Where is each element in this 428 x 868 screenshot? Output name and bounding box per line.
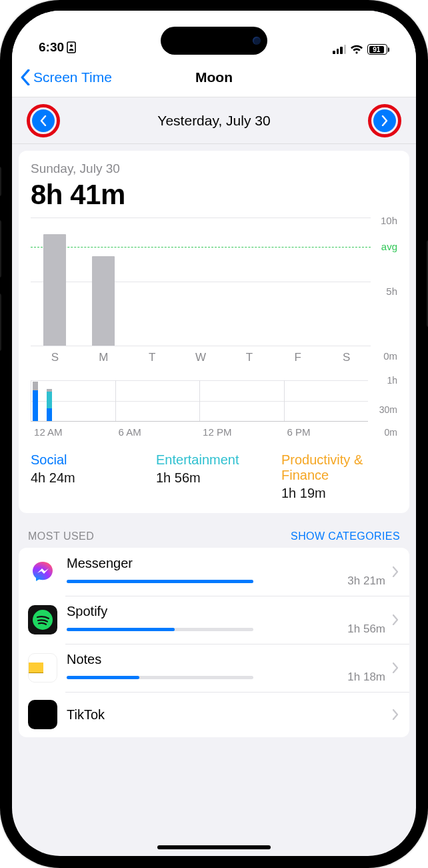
app-row[interactable]: Messenger3h 21m	[19, 548, 409, 596]
home-indicator[interactable]	[157, 845, 271, 849]
x-tick-label: 6 AM	[119, 426, 141, 438]
volume-up-button	[0, 220, 1, 278]
chart-bar	[31, 218, 79, 346]
y-tick-label: 30m	[379, 404, 397, 415]
app-name: Messenger	[67, 556, 385, 571]
date-label: Yesterday, July 30	[157, 113, 270, 129]
app-name: TikTok	[67, 707, 385, 723]
x-tick-label: W	[177, 351, 225, 364]
summary-total-time: 8h 41m	[31, 179, 397, 211]
y-tick-label: 10h	[381, 215, 397, 226]
app-row[interactable]: Spotify1h 56m	[19, 596, 409, 644]
annotation-prev	[27, 104, 60, 137]
chevron-right-icon	[392, 614, 399, 625]
chart-bar	[225, 218, 273, 346]
screen: 6:30 91 Screen Time Moon	[12, 11, 416, 856]
most-used-list: Messenger3h 21mSpotify1h 56mNotes1h 18mT…	[19, 548, 409, 737]
notes-icon	[28, 653, 57, 683]
usage-track	[67, 676, 253, 679]
most-used-header: MOST USED SHOW CATEGORIES	[12, 513, 416, 548]
svg-rect-0	[67, 42, 75, 53]
chevron-right-icon	[392, 663, 399, 673]
category-name: Productivity & Finance	[281, 452, 397, 483]
chart-bar	[79, 218, 128, 346]
usage-track	[67, 628, 253, 631]
weekly-chart[interactable]: 10h 5h 0m avg SMTWTFS	[31, 218, 397, 364]
annotation-next	[368, 104, 401, 137]
dynamic-island	[161, 27, 267, 55]
chart-bar	[33, 382, 38, 421]
section-label: MOST USED	[28, 530, 94, 542]
back-button[interactable]: Screen Time	[20, 69, 112, 85]
prev-day-button[interactable]	[32, 109, 55, 132]
chevron-right-icon	[392, 709, 399, 720]
y-tick-label: 1h	[387, 375, 397, 386]
svg-point-1	[70, 45, 73, 47]
camera-dot	[253, 37, 261, 45]
category-value: 1h 56m	[156, 470, 272, 486]
y-tick-label: 0m	[383, 350, 397, 362]
app-time: 1h 56m	[347, 622, 385, 636]
back-label: Screen Time	[33, 69, 112, 85]
battery-pct: 91	[369, 46, 385, 53]
x-tick-label: F	[273, 351, 322, 364]
volume-down-button	[0, 294, 1, 351]
nav-bar: Screen Time Moon	[12, 57, 416, 97]
next-day-button[interactable]	[373, 109, 396, 132]
summary-card: Sunday, July 30 8h 41m 10h 5h 0m avg SMT…	[19, 151, 409, 513]
chart-bar	[273, 218, 322, 346]
app-time: 3h 21m	[347, 574, 385, 588]
chart-bar	[128, 218, 177, 346]
category-value: 4h 24m	[31, 470, 147, 486]
category-item[interactable]: Entertainment1h 56m	[156, 452, 272, 486]
app-time: 1h 18m	[347, 671, 385, 684]
chart-bar	[177, 218, 225, 346]
y-tick-label: 0m	[385, 427, 397, 438]
x-tick-label: 12 AM	[34, 426, 63, 438]
show-categories-button[interactable]: SHOW CATEGORIES	[291, 530, 400, 542]
avg-label: avg	[381, 241, 397, 252]
x-tick-label: T	[225, 351, 273, 364]
x-tick-label: 6 PM	[287, 426, 311, 438]
category-name: Social	[31, 452, 147, 468]
category-name: Entertainment	[156, 452, 272, 468]
x-tick-label: T	[128, 351, 177, 364]
x-tick-label: M	[79, 351, 128, 364]
battery-icon: 91	[367, 44, 389, 55]
date-picker: Yesterday, July 30	[12, 97, 416, 144]
x-tick-label: S	[31, 351, 79, 364]
chart-bar	[47, 389, 52, 421]
wifi-icon	[350, 44, 363, 55]
spotify-icon	[28, 605, 57, 634]
hourly-chart[interactable]: 1h 30m 0m 12 AM6 AM12 PM6 PM	[31, 380, 397, 439]
id-card-icon	[67, 41, 76, 53]
chevron-right-icon	[392, 566, 399, 577]
phone-frame: 6:30 91 Screen Time Moon	[0, 0, 428, 868]
cellular-signal-icon	[333, 45, 346, 54]
category-summary: Social4h 24mEntertainment1h 56mProductiv…	[31, 452, 397, 501]
x-tick-label: S	[322, 351, 371, 364]
app-name: Notes	[67, 652, 385, 667]
y-tick-label: 5h	[386, 286, 397, 297]
app-row[interactable]: TikTok	[19, 692, 409, 737]
x-tick-label: 12 PM	[203, 426, 231, 438]
mute-switch	[0, 167, 1, 196]
messenger-icon	[28, 557, 57, 586]
category-item[interactable]: Productivity & Finance1h 19m	[281, 452, 397, 501]
category-item[interactable]: Social4h 24m	[31, 452, 147, 486]
tiktok-icon	[28, 700, 57, 729]
category-value: 1h 19m	[281, 486, 397, 501]
chart-bar	[322, 218, 371, 346]
summary-day-label: Sunday, July 30	[31, 161, 397, 176]
status-time: 6:30	[39, 40, 64, 55]
app-row[interactable]: Notes1h 18m	[19, 644, 409, 692]
usage-track	[67, 580, 253, 583]
app-name: Spotify	[67, 604, 385, 619]
